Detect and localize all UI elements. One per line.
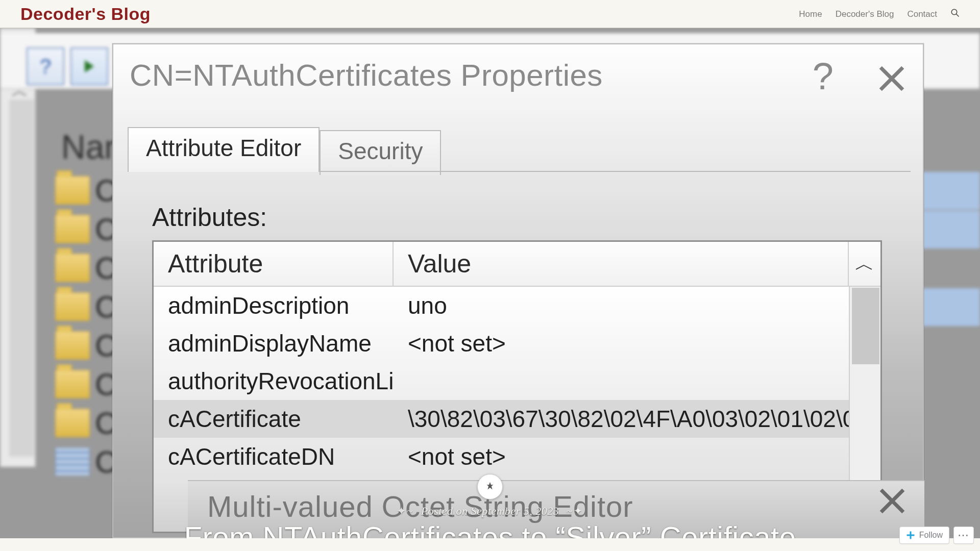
cell-value: <not set> bbox=[394, 438, 880, 475]
chevron-up-icon: ︿ bbox=[855, 251, 874, 277]
cell-value bbox=[394, 362, 880, 400]
site-brand[interactable]: Decoder's Blog bbox=[20, 4, 151, 24]
folder-icon bbox=[55, 292, 90, 321]
folder-icon bbox=[55, 409, 90, 437]
dialog-close-icon[interactable] bbox=[877, 64, 906, 95]
pin-icon bbox=[477, 474, 503, 499]
run-icon bbox=[70, 47, 108, 85]
col-attribute[interactable]: Attribute bbox=[154, 242, 394, 286]
post-overlay: ✦~ Posted on September 5, 2023 ~✦ From N… bbox=[0, 474, 980, 538]
more-button[interactable]: ⋯ bbox=[953, 527, 974, 544]
grid-row[interactable]: cACertificate\30\82\03\67\30\82\02\4F\A0… bbox=[154, 400, 880, 438]
post-date: ✦~ Posted on September 5, 2023 ~✦ bbox=[0, 505, 980, 518]
cell-attribute: authorityRevocationList bbox=[154, 362, 394, 400]
row-highlight bbox=[915, 288, 980, 326]
grid-row[interactable]: authorityRevocationList bbox=[154, 362, 880, 400]
hero-image: ? ︿ Nam C C C C C C C C CN=NTAuthCertifi… bbox=[0, 28, 980, 538]
folder-icon bbox=[55, 176, 90, 205]
search-icon[interactable] bbox=[950, 8, 960, 20]
nav-contact[interactable]: Contact bbox=[907, 9, 937, 19]
grid-row[interactable]: adminDisplayName<not set> bbox=[154, 324, 880, 362]
top-nav: Home Decoder's Blog Contact bbox=[799, 0, 960, 28]
bg-left-panel: ︿ bbox=[0, 28, 36, 467]
posted-prefix: Posted on bbox=[421, 505, 471, 517]
cell-value: \30\82\03\67\30\82\02\4F\A0\03\02\01\02\… bbox=[394, 400, 880, 438]
col-value[interactable]: Value bbox=[394, 242, 849, 286]
dialog-help-icon[interactable]: ? bbox=[813, 55, 834, 98]
posted-date-link[interactable]: September 5, 2023 bbox=[471, 505, 559, 517]
tab-attribute-editor[interactable]: Attribute Editor bbox=[128, 127, 320, 172]
scrollbar-thumb[interactable] bbox=[852, 288, 879, 364]
row-highlight bbox=[915, 172, 980, 210]
follow-label: Follow bbox=[919, 531, 943, 540]
ellipsis-icon: ⋯ bbox=[958, 529, 970, 542]
site-header: Decoder's Blog Home Decoder's Blog Conta… bbox=[0, 0, 980, 28]
cell-attribute: cACertificateDN bbox=[154, 438, 394, 475]
nav-blog[interactable]: Decoder's Blog bbox=[836, 9, 894, 19]
folder-icon bbox=[55, 331, 90, 360]
post-title[interactable]: From NTAuthCertificates to “Silver” Cert… bbox=[0, 520, 980, 538]
grid-row[interactable]: adminDescriptionuno bbox=[154, 287, 880, 324]
grid-scroll-up[interactable]: ︿ bbox=[849, 242, 880, 286]
svg-rect-7 bbox=[910, 532, 911, 539]
file-icon bbox=[55, 447, 90, 476]
cell-attribute: adminDisplayName bbox=[154, 324, 394, 362]
folder-icon bbox=[55, 215, 90, 243]
help-icon: ? bbox=[27, 47, 64, 85]
folder-icon bbox=[55, 254, 90, 282]
follow-button[interactable]: Follow bbox=[899, 527, 949, 544]
dialog-tabs: Attribute Editor Security bbox=[128, 127, 441, 172]
svg-line-1 bbox=[956, 14, 959, 16]
properties-dialog: CN=NTAuthCertificates Properties ? Attri… bbox=[112, 43, 924, 538]
row-highlight bbox=[915, 211, 980, 248]
cell-value: <not set> bbox=[394, 324, 880, 362]
cell-value: uno bbox=[394, 287, 880, 324]
ornament-right: ~✦ bbox=[562, 505, 587, 517]
plus-icon bbox=[906, 531, 915, 540]
dialog-title: CN=NTAuthCertificates Properties bbox=[130, 58, 603, 93]
grid-header: Attribute Value ︿ bbox=[154, 242, 880, 287]
grid-row[interactable]: cACertificateDN<not set> bbox=[154, 438, 880, 475]
cell-attribute: cACertificate bbox=[154, 400, 394, 438]
attributes-label: Attributes: bbox=[152, 203, 267, 232]
bg-scroll-thumb bbox=[9, 99, 34, 457]
tab-security[interactable]: Security bbox=[320, 130, 441, 175]
folder-icon bbox=[55, 370, 90, 398]
svg-point-0 bbox=[951, 9, 957, 15]
cell-attribute: adminDescription bbox=[154, 287, 394, 324]
ornament-left: ✦~ bbox=[393, 505, 418, 517]
nav-home[interactable]: Home bbox=[799, 9, 822, 19]
